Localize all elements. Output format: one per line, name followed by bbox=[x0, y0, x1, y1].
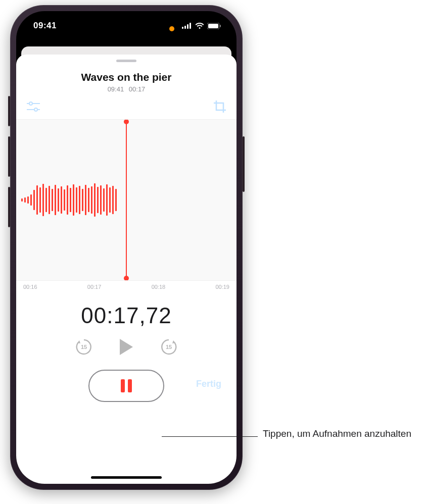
battery-icon bbox=[207, 23, 221, 29]
annotation-callout: Tippen, um Aufnahmen anzuhalten bbox=[162, 427, 414, 463]
callout-text: Tippen, um Aufnahmen anzuhalten bbox=[263, 427, 411, 440]
waveform-area[interactable] bbox=[16, 119, 237, 281]
done-button[interactable]: Fertig bbox=[196, 379, 221, 389]
pause-button[interactable] bbox=[88, 370, 164, 402]
svg-rect-5 bbox=[208, 24, 218, 28]
crop-icon[interactable] bbox=[213, 100, 226, 113]
skip-back-button[interactable]: 15 bbox=[75, 338, 92, 356]
svg-rect-1 bbox=[184, 26, 186, 29]
recording-duration: 00:17 bbox=[129, 85, 146, 93]
timeline-tick: 00:17 bbox=[87, 284, 102, 290]
skip-forward-label: 15 bbox=[160, 338, 177, 356]
phone-frame: 09:41 Waves on the pier 09:41 00:17 bbox=[10, 5, 243, 490]
wifi-icon bbox=[195, 23, 204, 29]
playhead[interactable] bbox=[126, 122, 127, 278]
svg-point-8 bbox=[29, 102, 32, 105]
svg-rect-3 bbox=[190, 23, 191, 29]
skip-back-label: 15 bbox=[75, 338, 92, 356]
svg-rect-2 bbox=[187, 24, 188, 29]
phone-screen: 09:41 Waves on the pier 09:41 00:17 bbox=[16, 11, 237, 484]
svg-rect-0 bbox=[182, 27, 183, 29]
pause-icon bbox=[121, 379, 132, 392]
callout-leader-line bbox=[162, 436, 258, 437]
waveform bbox=[16, 170, 126, 230]
svg-rect-6 bbox=[220, 25, 221, 27]
skip-forward-button[interactable]: 15 bbox=[160, 338, 177, 356]
timeline-ruler: 00:16 00:17 00:18 00:19 bbox=[16, 281, 237, 290]
sheet-grabber[interactable] bbox=[116, 60, 136, 62]
status-time: 09:41 bbox=[33, 21, 57, 31]
home-indicator[interactable] bbox=[91, 476, 162, 479]
recording-title: Waves on the pier bbox=[16, 71, 237, 83]
timeline-tick: 00:18 bbox=[152, 284, 166, 290]
svg-point-10 bbox=[34, 108, 37, 111]
recording-sheet: Waves on the pier 09:41 00:17 bbox=[16, 55, 237, 484]
dynamic-island bbox=[95, 20, 158, 38]
settings-icon[interactable] bbox=[26, 102, 40, 112]
timeline-tick: 00:19 bbox=[215, 284, 229, 290]
recording-subtitle: 09:41 00:17 bbox=[16, 85, 237, 93]
status-icons bbox=[182, 23, 221, 29]
play-button[interactable] bbox=[120, 339, 133, 355]
elapsed-time: 00:17,72 bbox=[16, 303, 237, 328]
timeline-tick: 00:16 bbox=[23, 284, 37, 290]
cellular-icon bbox=[182, 23, 192, 29]
recording-timestamp: 09:41 bbox=[108, 85, 124, 93]
